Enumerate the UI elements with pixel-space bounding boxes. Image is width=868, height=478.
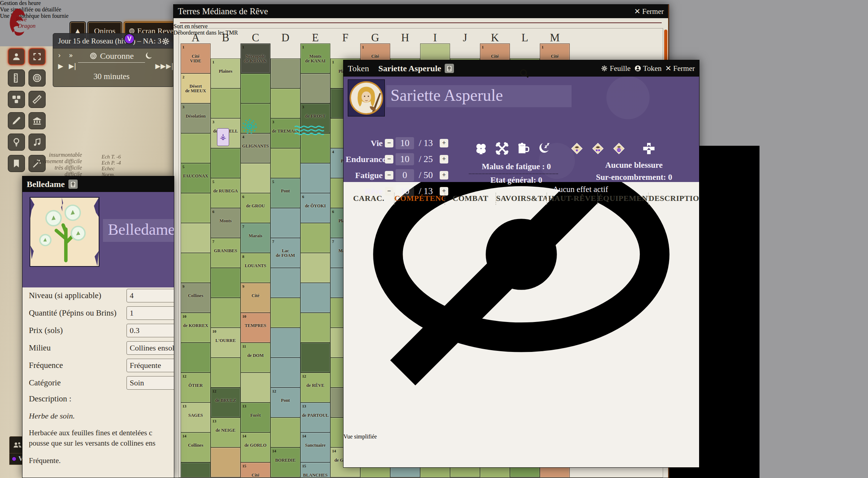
heal-icon[interactable] — [642, 141, 656, 156]
ruler-diag-tool-button[interactable] — [29, 91, 46, 108]
stat-value[interactable]: 0 — [396, 169, 414, 181]
stat-increase-button[interactable]: + — [440, 171, 448, 180]
tmr-cell-C13[interactable] — [241, 402, 270, 432]
play-button[interactable]: ▶ — [58, 62, 63, 70]
tmr-cell-E6[interactable] — [300, 193, 330, 223]
tmr-cell-D4[interactable] — [270, 148, 300, 178]
bank-tool-button[interactable] — [29, 112, 46, 129]
field-input[interactable] — [126, 324, 174, 337]
tab-carac-[interactable]: CARAC. — [343, 193, 394, 205]
portrait-frame[interactable] — [348, 79, 385, 116]
stat-decrease-button[interactable]: − — [385, 155, 393, 163]
tmr-cell-E14[interactable] — [300, 432, 330, 462]
tmr-cell-A12[interactable] — [181, 373, 211, 402]
tmr-cell-C4[interactable] — [241, 133, 270, 163]
phase-display[interactable]: Couronne — [78, 51, 145, 63]
person-tool-button[interactable] — [8, 48, 25, 65]
belledame-titlebar[interactable]: Belledame — [22, 176, 174, 192]
tmr-cell-D7[interactable] — [270, 238, 300, 268]
tmr-cell-A8[interactable] — [181, 253, 211, 283]
tmr-cell-A2[interactable] — [181, 73, 211, 103]
tmr-cell-B5[interactable] — [211, 178, 241, 208]
tmr-cell-E11[interactable] — [300, 343, 330, 373]
sheet-token-button[interactable]: Token — [634, 64, 662, 73]
tmr-cell-D14[interactable] — [270, 447, 300, 477]
tmr-cell-C14[interactable] — [241, 432, 270, 462]
tab--quipement[interactable]: ÉQUIPEMENT — [598, 193, 649, 205]
music-tool-button[interactable] — [29, 134, 46, 151]
tab-description[interactable]: DESCRIPTION — [649, 193, 699, 205]
field-select[interactable] — [126, 359, 174, 372]
tmr-cell-E5[interactable] — [300, 163, 330, 193]
tmr-cell-C1[interactable] — [241, 43, 270, 73]
tmr-cell-B11[interactable] — [211, 358, 241, 388]
tmr-titlebar[interactable]: Terres Médianes de Rêve ✕Fermer — [174, 5, 668, 18]
tmr-cell-D1[interactable] — [270, 58, 300, 88]
tmr-cell-C9[interactable] — [241, 283, 270, 313]
skip-button[interactable]: ▶| — [69, 62, 76, 70]
tmr-cell-B14[interactable] — [211, 447, 241, 477]
ruler-tool-button[interactable] — [8, 69, 25, 87]
tmr-cell-E1[interactable] — [300, 43, 330, 73]
tmr-close-button[interactable]: ✕Fermer — [634, 7, 664, 16]
tmr-cell-D10[interactable] — [270, 328, 300, 358]
tmr-cell-D12[interactable] — [270, 388, 300, 417]
dream-coin-2-icon[interactable] — [591, 141, 605, 156]
night-icon[interactable] — [144, 51, 154, 61]
tmr-cell-C11[interactable] — [241, 343, 270, 373]
tmr-cell-A7[interactable] — [181, 223, 211, 253]
fast-forward-button[interactable]: » — [69, 51, 73, 59]
tmr-cell-B15[interactable] — [211, 477, 241, 478]
tmr-cell-D11[interactable] — [270, 358, 300, 388]
tmr-cell-A11[interactable] — [181, 343, 211, 373]
tmr-cell-D6[interactable] — [270, 208, 300, 238]
tmr-cell-E12[interactable] — [300, 373, 330, 402]
tmr-cell-B8[interactable] — [211, 268, 241, 298]
stat-value[interactable]: 10 — [396, 137, 414, 149]
tmr-cell-B6[interactable] — [211, 208, 241, 238]
target-tool-button[interactable] — [29, 69, 46, 87]
tmr-cell-A1[interactable] — [181, 43, 211, 73]
stat-value[interactable]: 10 — [396, 153, 414, 165]
stat-decrease-button[interactable]: − — [385, 171, 393, 180]
bookmark-tool-button[interactable] — [8, 155, 25, 172]
tmr-cell-A13[interactable] — [181, 402, 211, 432]
sheet-close-button[interactable]: ✕Fermer — [665, 64, 695, 73]
ethylisme-icon[interactable] — [516, 141, 530, 156]
tmr-cell-B13[interactable] — [211, 417, 241, 447]
montrer-tout-toggle[interactable]: Montrer tout — [343, 440, 699, 478]
bulb-tool-button[interactable] — [8, 134, 25, 151]
tmr-cell-C7[interactable] — [241, 223, 270, 253]
tmr-cell-A6[interactable] — [181, 193, 211, 223]
dream-coin-3-icon[interactable] — [612, 141, 626, 156]
field-input[interactable] — [126, 289, 174, 302]
tab-haut-r-ve[interactable]: HAUT-RÊVE — [547, 193, 598, 205]
tmr-cell-A9[interactable] — [181, 283, 211, 313]
tmr-cell-E8[interactable] — [300, 253, 330, 283]
tmr-cell-A5[interactable] — [181, 163, 211, 193]
step-forward-button[interactable]: › — [58, 51, 61, 59]
spell-in-reserve-marker[interactable]: ⚶ — [217, 128, 229, 146]
tmr-cell-A3[interactable] — [181, 103, 211, 133]
tmr-cell-C6[interactable] — [241, 193, 270, 223]
tmr-cell-E10[interactable] — [300, 313, 330, 343]
tmr-cell-C15[interactable] — [241, 462, 270, 478]
tmr-cell-B2[interactable] — [211, 88, 241, 118]
tmr-cell-D15[interactable] — [270, 477, 300, 478]
dream-coin-1-icon[interactable] — [570, 141, 584, 156]
tmr-cell-A10[interactable] — [181, 313, 211, 343]
tmr-cell-B12[interactable] — [211, 388, 241, 417]
tmr-cell-C8[interactable] — [241, 253, 270, 283]
tmr-cell-D5[interactable] — [270, 178, 300, 208]
tab-comp-tences[interactable]: COMPÉTENCES — [394, 193, 445, 205]
tmr-cell-B1[interactable] — [211, 58, 241, 88]
expand-tool-button[interactable] — [29, 48, 46, 65]
document-id-icon[interactable] — [68, 180, 78, 189]
sommeil-icon[interactable] — [537, 141, 551, 156]
tmr-cell-E13[interactable] — [300, 402, 330, 432]
time-increment[interactable]: 30 minutes — [78, 72, 145, 81]
wand-tool-button[interactable] — [29, 155, 46, 172]
tmr-cell-B7[interactable] — [211, 238, 241, 268]
tmr-cell-C2[interactable] — [241, 73, 270, 103]
tmr-overflow-marker[interactable] — [239, 116, 259, 136]
